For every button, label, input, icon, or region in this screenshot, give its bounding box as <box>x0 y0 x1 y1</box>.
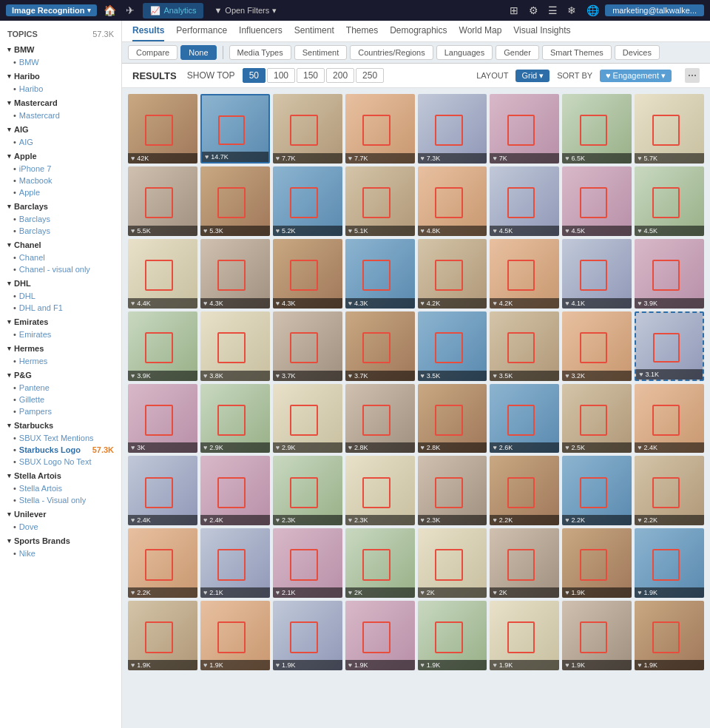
grid-item[interactable]: ♥7.7K <box>273 94 342 164</box>
show-top-250-button[interactable]: 250 <box>356 68 384 83</box>
grid-item[interactable]: ♥2.1K <box>200 528 270 598</box>
grid-item[interactable]: ♥2.6K <box>490 384 559 454</box>
sidebar-group-p-g[interactable]: ▾P&G <box>0 368 121 382</box>
sidebar-item-sbux-text-mentions[interactable]: •SBUX Text Mentions <box>0 432 121 444</box>
sidebar-group-aig[interactable]: ▾AIG <box>0 123 121 136</box>
layout-button[interactable]: Grid ▾ <box>515 70 550 82</box>
grid-item[interactable]: ♥2.9K <box>273 384 342 454</box>
compare-button[interactable]: Compare <box>128 45 178 60</box>
sidebar-item-nike[interactable]: •Nike <box>0 547 121 559</box>
sidebar-item-haribo[interactable]: •Haribo <box>0 83 121 95</box>
sidebar-group-bmw[interactable]: ▾BMW <box>0 43 121 56</box>
grid-item[interactable]: ♥1.9K <box>490 601 559 670</box>
grid-item[interactable]: ♥2.1K <box>273 528 342 598</box>
sidebar-item-macbook[interactable]: •Macbook <box>0 175 121 186</box>
grid-item[interactable]: ♥7.3K <box>418 94 487 164</box>
grid-item[interactable]: ♥5.2K <box>273 166 342 236</box>
more-options-button[interactable]: ⋯ <box>685 68 700 83</box>
grid-item[interactable]: ♥4.3K <box>345 239 415 309</box>
grid-item[interactable]: ♥1.9K <box>200 601 270 670</box>
sidebar-item-bmw[interactable]: •BMW <box>0 56 121 68</box>
grid-item[interactable]: ♥2.9K <box>200 384 270 454</box>
grid-item[interactable]: ♥4.3K <box>200 239 270 309</box>
grid-item[interactable]: ♥2.3K <box>418 456 487 525</box>
grid-item[interactable]: ♥3.7K <box>273 311 342 381</box>
sidebar-item-iphone-7[interactable]: •iPhone 7 <box>0 163 121 175</box>
sidebar-item-mastercard[interactable]: •Mastercard <box>0 109 121 121</box>
open-filters-button[interactable]: ▼ Open Filters ▾ <box>208 3 283 18</box>
brand-button[interactable]: Image Recognition ▾ <box>6 4 97 16</box>
sidebar-item-stella---visual-only[interactable]: •Stella - Visual only <box>0 494 121 506</box>
sidebar-group-sports-brands[interactable]: ▾Sports Brands <box>0 534 121 547</box>
grid-item[interactable]: ♥4.4K <box>128 239 197 309</box>
grid-item[interactable]: ♥4.5K <box>490 166 559 236</box>
grid-item[interactable]: ♥1.9K <box>562 528 632 598</box>
user-button[interactable]: marketing@talkwalke... <box>605 4 704 16</box>
grid-item[interactable]: ♥7K <box>490 94 559 164</box>
grid-item[interactable]: ♥2.4K <box>200 456 270 525</box>
sidebar-group-starbucks[interactable]: ▾Starbucks <box>0 419 121 432</box>
devices-button[interactable]: Devices <box>615 45 660 60</box>
tab-results[interactable]: Results <box>132 25 164 41</box>
home-icon[interactable]: 🏠 <box>101 2 118 18</box>
globe-icon[interactable]: 🌐 <box>584 2 601 18</box>
sidebar-group-haribo[interactable]: ▾Haribo <box>0 70 121 83</box>
grid-item[interactable]: ♥2K <box>345 528 415 598</box>
grid-item[interactable]: ♥2.4K <box>128 456 197 525</box>
grid-item[interactable]: ♥4.5K <box>635 166 704 236</box>
tab-themes[interactable]: Themes <box>346 25 378 41</box>
sidebar-item-barclays[interactable]: •Barclays <box>0 225 121 237</box>
grid-item[interactable]: ♥2.4K <box>635 384 704 454</box>
sidebar-item-dhl[interactable]: •DHL <box>0 290 121 302</box>
grid-item[interactable]: ♥2K <box>418 528 487 598</box>
sidebar-item-hermes[interactable]: •Hermes <box>0 355 121 367</box>
grid-item[interactable]: ♥3.2K <box>562 311 632 381</box>
tab-performance[interactable]: Performance <box>176 25 227 41</box>
none-button[interactable]: None <box>180 45 216 60</box>
sentiment-button[interactable]: Sentiment <box>294 45 348 60</box>
sidebar-item-barclays[interactable]: •Barclays <box>0 213 121 225</box>
sidebar-group-hermes[interactable]: ▾Hermes <box>0 342 121 355</box>
grid-item[interactable]: ♥5.7K <box>635 94 704 164</box>
show-top-150-button[interactable]: 150 <box>297 68 325 83</box>
tab-demographics[interactable]: Demographics <box>390 25 447 41</box>
sidebar-item-apple[interactable]: •Apple <box>0 186 121 198</box>
sidebar-item-pampers[interactable]: •Pampers <box>0 405 121 417</box>
grid-item[interactable]: ♥5.5K <box>128 166 197 236</box>
grid-item[interactable]: ♥3.5K <box>418 311 487 381</box>
sidebar-item-dove[interactable]: •Dove <box>0 521 121 533</box>
rocket-icon[interactable]: ✈ <box>122 2 138 18</box>
sort-button[interactable]: ♥ Engagement ▾ <box>600 70 672 82</box>
grid-item[interactable]: ♥4.5K <box>562 166 632 236</box>
grid-item[interactable]: ♥3.7K <box>345 311 415 381</box>
tab-influencers[interactable]: Influencers <box>239 25 283 41</box>
sidebar-item-emirates[interactable]: •Emirates <box>0 328 121 340</box>
gender-button[interactable]: Gender <box>496 45 539 60</box>
grid-item[interactable]: ♥2.2K <box>562 456 632 525</box>
grid-view-icon[interactable]: ⊞ <box>506 2 522 18</box>
grid-item[interactable]: ♥4.8K <box>418 166 487 236</box>
grid-item[interactable]: ♥2.3K <box>273 456 342 525</box>
grid-item[interactable]: ♥3.9K <box>635 239 704 309</box>
grid-item[interactable]: ♥6.5K <box>562 94 632 164</box>
grid-item[interactable]: ♥1.9K <box>635 528 704 598</box>
sidebar-item-stella-artois[interactable]: •Stella Artois <box>0 482 121 494</box>
grid-item[interactable]: ♥2.8K <box>418 384 487 454</box>
grid-item[interactable]: ♥1.9K <box>562 601 632 670</box>
sidebar-item-pantene[interactable]: •Pantene <box>0 382 121 394</box>
sidebar-group-unilever[interactable]: ▾Unilever <box>0 508 121 521</box>
grid-item[interactable]: ♥3.5K <box>490 311 559 381</box>
show-top-50-button[interactable]: 50 <box>243 68 266 83</box>
grid-item[interactable]: ♥1.9K <box>273 601 342 670</box>
grid-item[interactable]: ♥2.5K <box>562 384 632 454</box>
sidebar-group-stella-artois[interactable]: ▾Stella Artois <box>0 469 121 482</box>
countries-regions-button[interactable]: Countries/Regions <box>350 45 433 60</box>
grid-item[interactable]: ♥4.2K <box>490 239 559 309</box>
languages-button[interactable]: Languages <box>436 45 493 60</box>
grid-item[interactable]: ♥2.2K <box>128 528 197 598</box>
media-types-button[interactable]: Media Types <box>229 45 291 60</box>
list-view-icon[interactable]: ☰ <box>544 2 561 18</box>
tab-sentiment[interactable]: Sentiment <box>294 25 334 41</box>
sidebar-item-sbux-logo-no-text[interactable]: •SBUX Logo No Text <box>0 456 121 468</box>
grid-item[interactable]: ♥14.7K <box>200 94 270 164</box>
